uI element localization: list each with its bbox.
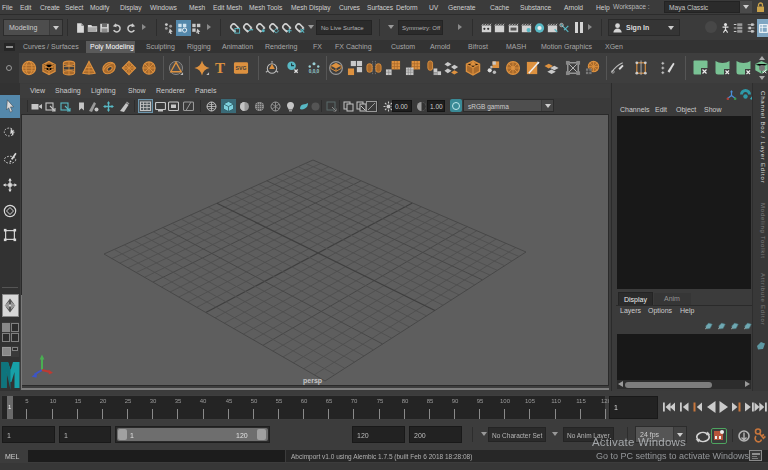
svg-text:SVG: SVG bbox=[236, 65, 247, 71]
svg-text:0,0,0: 0,0,0 bbox=[309, 69, 320, 74]
svg-text:T: T bbox=[215, 60, 225, 76]
